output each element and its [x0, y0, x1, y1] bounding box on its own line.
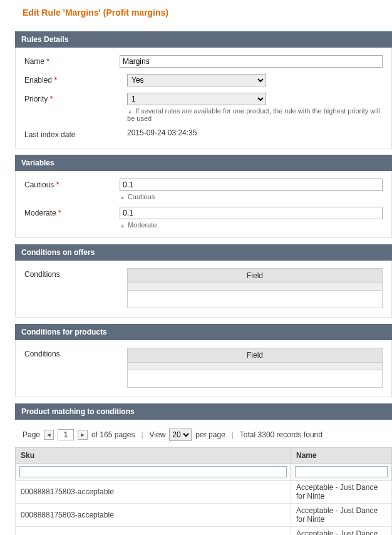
- page-title: Edit Rule 'Margins' (Profit margins): [0, 0, 392, 25]
- cond-products-label: Conditions: [24, 348, 127, 358]
- section-header-rules-details: Rules Details: [15, 31, 392, 48]
- name-input[interactable]: [120, 55, 383, 68]
- col-header-sku[interactable]: Sku: [16, 448, 291, 464]
- lastindex-label: Last index date: [24, 128, 127, 139]
- table-row[interactable]: 0008888175803-acceptableAcceptable - Jus…: [16, 504, 392, 527]
- page-number-input[interactable]: [58, 429, 74, 440]
- section-header-cond-offers: Conditions on offers: [15, 244, 392, 261]
- name-label: Name *: [24, 55, 120, 66]
- cautious-sub: ▲Cautious: [120, 193, 383, 200]
- priority-select[interactable]: 1: [127, 93, 266, 105]
- page-next-button[interactable]: ►: [78, 430, 88, 440]
- products-table: Sku Name 0008888175803-acceptableAccepta…: [15, 447, 392, 535]
- lastindex-value: 2015-09-24 03:24:35: [127, 128, 383, 137]
- section-header-cond-products: Conditions for products: [15, 324, 392, 340]
- pager: Page ◄ ► of 165 pages | View 20 per page…: [23, 429, 392, 441]
- table-row[interactable]: 0008888175803-acceptableAcceptable - Jus…: [16, 480, 392, 504]
- page-label: Page: [23, 430, 40, 439]
- moderate-sub: ▲Moderate: [120, 221, 383, 229]
- cond-products-field-header: Field: [127, 348, 383, 363]
- view-label: View: [150, 430, 166, 439]
- priority-label: Priority *: [24, 93, 127, 103]
- cell-sku: 0008888175803-acceptable: [16, 527, 291, 536]
- page-prev-button[interactable]: ◄: [44, 430, 54, 440]
- section-body-cond-offers: Conditions Field: [15, 261, 392, 318]
- section-body-rules-details: Name * Enabled * Yes Priority * 1 ▲If se…: [15, 48, 392, 148]
- cell-sku: 0008888175803-acceptable: [16, 504, 291, 527]
- col-header-name[interactable]: Name: [291, 448, 392, 464]
- section-body-variables: Cautious * ▲Cautious Moderate * ▲Moderat…: [15, 171, 392, 238]
- of-pages-label: of 165 pages: [91, 430, 135, 439]
- moderate-input[interactable]: [120, 207, 383, 219]
- cautious-input[interactable]: [120, 179, 383, 191]
- cond-offers-label: Conditions: [24, 268, 127, 279]
- cell-sku: 0008888175803-acceptable: [16, 480, 291, 504]
- enabled-label: Enabled *: [24, 74, 127, 85]
- cond-offers-pad: [127, 291, 383, 308]
- cond-offers-field-header: Field: [127, 268, 383, 283]
- cell-name: Acceptable - Just Dance for Ninte: [291, 504, 392, 527]
- filter-name-input[interactable]: [295, 466, 388, 477]
- table-row[interactable]: 0008888175803-acceptableAcceptable - Jus…: [16, 527, 392, 536]
- filter-sku-input[interactable]: [19, 466, 287, 477]
- enabled-select[interactable]: Yes: [127, 74, 266, 86]
- per-page-select[interactable]: 20: [169, 429, 192, 441]
- cell-name: Acceptable - Just Dance for Ninte: [291, 480, 392, 504]
- cond-offers-row: [127, 283, 383, 291]
- section-header-variables: Variables: [15, 155, 392, 171]
- total-records-label: Total 3300 records found: [240, 430, 322, 439]
- section-body-cond-products: Conditions Field: [15, 340, 392, 397]
- moderate-label: Moderate *: [24, 207, 120, 217]
- per-page-label: per page: [195, 430, 225, 439]
- section-header-matching: Product matching to conditions: [15, 403, 392, 420]
- cond-products-row: [127, 363, 383, 370]
- priority-hint: ▲If several rules are available for one …: [127, 107, 383, 122]
- cell-name: Acceptable - Just Dance for Ninte: [291, 527, 392, 536]
- cautious-label: Cautious *: [24, 179, 120, 189]
- cond-products-pad: [127, 370, 383, 388]
